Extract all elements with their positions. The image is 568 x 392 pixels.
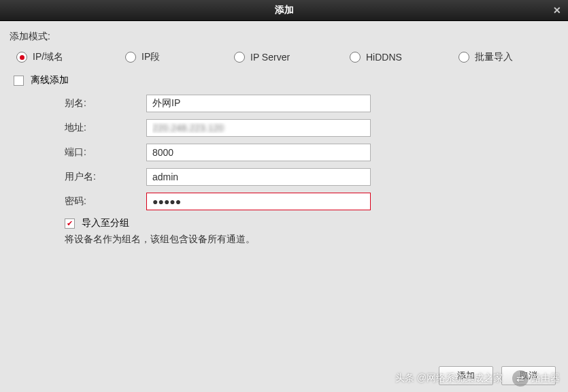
import-to-group-label: 导入至分组 <box>82 217 129 229</box>
import-to-group-row[interactable]: 导入至分组 <box>14 217 558 229</box>
checkbox-icon <box>65 218 75 229</box>
offline-add-row[interactable]: 离线添加 <box>14 74 558 86</box>
radio-ip-server[interactable]: IP Server <box>234 52 343 63</box>
password-label: 密码: <box>14 195 146 208</box>
form-area: 离线添加 别名: 地址: 端口: 用户名: 密码: <box>10 74 558 246</box>
alias-label: 别名: <box>14 97 146 110</box>
radio-icon <box>458 52 469 63</box>
username-row: 用户名: <box>14 168 558 186</box>
window-title: 添加 <box>275 4 294 16</box>
radio-icon <box>234 52 245 63</box>
cancel-button[interactable]: 取消 <box>501 366 556 385</box>
alias-row: 别名: <box>14 95 558 112</box>
password-row: 密码: <box>14 193 558 210</box>
dialog-content: 添加模式: IP/域名 IP段 IP Server HiDDNS 批量导入 <box>0 21 568 392</box>
checkbox-icon <box>14 76 24 86</box>
radio-icon <box>350 52 361 63</box>
password-input[interactable] <box>146 193 371 210</box>
address-input[interactable] <box>146 119 371 137</box>
radio-icon <box>16 52 27 63</box>
add-button[interactable]: 添加 <box>439 366 493 385</box>
radio-ip-domain[interactable]: IP/域名 <box>16 51 118 63</box>
offline-add-label: 离线添加 <box>31 74 69 86</box>
button-bar: 添加 取消 <box>439 366 556 385</box>
radio-icon <box>125 52 136 63</box>
username-label: 用户名: <box>14 171 146 183</box>
radio-label: IP Server <box>250 52 290 63</box>
radio-ip-range[interactable]: IP段 <box>125 51 227 63</box>
port-input[interactable] <box>146 144 371 161</box>
add-mode-label: 添加模式: <box>10 31 558 43</box>
radio-batch-import[interactable]: 批量导入 <box>458 51 547 63</box>
radio-hiddns[interactable]: HiDDNS <box>350 52 452 63</box>
username-input[interactable] <box>146 168 371 186</box>
add-device-dialog: 添加 ✕ 添加模式: IP/域名 IP段 IP Server HiDDNS <box>0 0 568 392</box>
radio-label: 批量导入 <box>475 51 513 63</box>
address-row: 地址: <box>14 119 558 137</box>
port-row: 端口: <box>14 144 558 161</box>
radio-label: IP段 <box>141 51 160 63</box>
radio-label: IP/域名 <box>33 51 63 63</box>
titlebar: 添加 ✕ <box>0 0 568 21</box>
radio-label: HiDDNS <box>366 52 402 63</box>
alias-input[interactable] <box>146 95 371 112</box>
address-label: 地址: <box>14 122 146 134</box>
port-label: 端口: <box>14 146 146 159</box>
close-icon[interactable]: ✕ <box>553 5 561 16</box>
group-hint-text: 将设备名作为组名，该组包含设备所有通道。 <box>14 233 558 246</box>
add-mode-radio-group: IP/域名 IP段 IP Server HiDDNS 批量导入 <box>10 51 558 63</box>
